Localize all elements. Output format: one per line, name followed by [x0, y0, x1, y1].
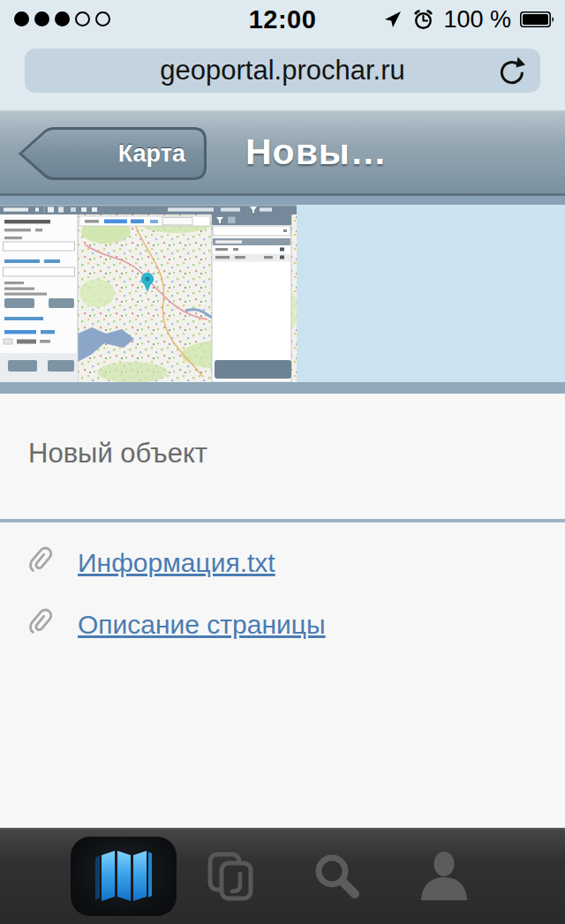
iphone-safari-screen: 12:00 100 % geoportal.prochar.r — [0, 0, 565, 924]
address-url: geoportal.prochar.ru — [160, 55, 404, 86]
tab-pages[interactable] — [177, 828, 283, 924]
map-icon — [90, 848, 157, 905]
content-bottom-band — [0, 382, 565, 394]
reload-icon[interactable] — [496, 56, 528, 87]
browser-address-zone: geoportal.prochar.ru — [0, 39, 565, 109]
section-divider — [0, 519, 565, 522]
tab-search[interactable] — [284, 828, 390, 924]
bottom-tab-bar — [0, 828, 565, 924]
status-bar: 12:00 100 % — [0, 0, 565, 39]
paperclip-icon — [28, 545, 58, 581]
search-icon — [312, 851, 363, 902]
person-icon — [417, 851, 471, 902]
attachment-link-information[interactable]: Информация.txt — [78, 548, 275, 578]
attachment-row: Описание страницы — [28, 607, 326, 642]
page-content: Новый объект Информация.txt Описание стр… — [0, 394, 565, 828]
attachment-row: Информация.txt — [28, 545, 275, 581]
thumbnail-section — [0, 205, 565, 382]
tab-map-active[interactable] — [71, 828, 177, 924]
location-services-icon — [382, 9, 403, 30]
page-title: Новы… — [245, 110, 388, 194]
content-top-band — [0, 196, 565, 205]
tab-profile[interactable] — [391, 828, 497, 924]
geoportal-screenshot-thumbnail[interactable] — [0, 205, 297, 382]
attachment-link-description[interactable]: Описание страницы — [78, 610, 326, 640]
battery-percent: 100 % — [443, 6, 511, 34]
alarm-clock-icon — [411, 8, 435, 32]
battery-icon — [519, 10, 556, 29]
back-button-label: Карта — [118, 126, 185, 181]
page-navigation-bar: Карта Новы… — [0, 109, 565, 194]
paperclip-icon — [28, 607, 58, 642]
object-heading: Новый объект — [28, 438, 565, 470]
back-button-karta[interactable]: Карта — [18, 126, 208, 181]
address-bar[interactable]: geoportal.prochar.ru — [25, 49, 540, 93]
pages-icon — [205, 851, 256, 902]
